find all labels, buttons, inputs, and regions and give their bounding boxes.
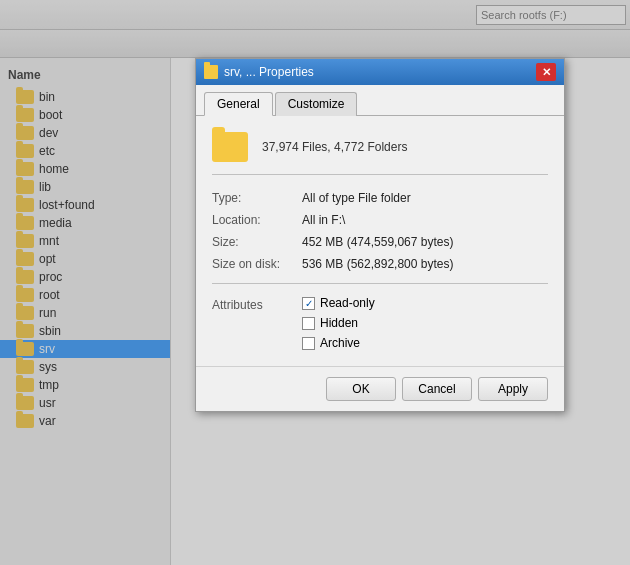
dialog-close-button[interactable]: ✕ — [536, 63, 556, 81]
dialog-footer: OK Cancel Apply — [196, 366, 564, 411]
readonly-label: Read-only — [320, 296, 375, 310]
hidden-label: Hidden — [320, 316, 358, 330]
properties-dialog: srv, ... Properties ✕ General Customize … — [195, 58, 565, 412]
dialog-titlebar: srv, ... Properties ✕ — [196, 59, 564, 85]
dialog-title: srv, ... Properties — [224, 65, 536, 79]
divider — [212, 283, 548, 284]
checkbox-hidden[interactable]: Hidden — [302, 316, 375, 330]
checkbox-readonly[interactable]: Read-only — [302, 296, 375, 310]
checkbox-archive[interactable]: Archive — [302, 336, 375, 350]
location-value: All in F:\ — [302, 213, 345, 227]
tab-bar: General Customize — [196, 85, 564, 116]
readonly-checkbox[interactable] — [302, 297, 315, 310]
archive-checkbox[interactable] — [302, 337, 315, 350]
property-size-on-disk-row: Size on disk: 536 MB (562,892,800 bytes) — [212, 257, 548, 271]
cancel-button[interactable]: Cancel — [402, 377, 472, 401]
type-label: Type: — [212, 191, 302, 205]
location-label: Location: — [212, 213, 302, 227]
big-folder-icon — [212, 132, 248, 162]
dialog-title-icon — [204, 65, 218, 79]
type-value: All of type File folder — [302, 191, 411, 205]
size-label: Size: — [212, 235, 302, 249]
size-on-disk-label: Size on disk: — [212, 257, 302, 271]
property-size-row: Size: 452 MB (474,559,067 bytes) — [212, 235, 548, 249]
tab-customize[interactable]: Customize — [275, 92, 358, 116]
dialog-content: 37,974 Files, 4,772 Folders Type: All of… — [196, 116, 564, 366]
hidden-checkbox[interactable] — [302, 317, 315, 330]
attributes-checks: Read-only Hidden Archive — [302, 296, 375, 350]
attributes-section: Attributes Read-only Hidden Archive — [212, 296, 548, 350]
file-summary: 37,974 Files, 4,772 Folders — [262, 140, 407, 154]
property-location-row: Location: All in F:\ — [212, 213, 548, 227]
apply-button[interactable]: Apply — [478, 377, 548, 401]
ok-button[interactable]: OK — [326, 377, 396, 401]
property-type-row: Type: All of type File folder — [212, 191, 548, 205]
modal-overlay: srv, ... Properties ✕ General Customize … — [0, 0, 630, 565]
attributes-label: Attributes — [212, 296, 302, 350]
tab-general[interactable]: General — [204, 92, 273, 116]
size-value: 452 MB (474,559,067 bytes) — [302, 235, 453, 249]
archive-label: Archive — [320, 336, 360, 350]
file-info-row: 37,974 Files, 4,772 Folders — [212, 132, 548, 175]
size-on-disk-value: 536 MB (562,892,800 bytes) — [302, 257, 453, 271]
